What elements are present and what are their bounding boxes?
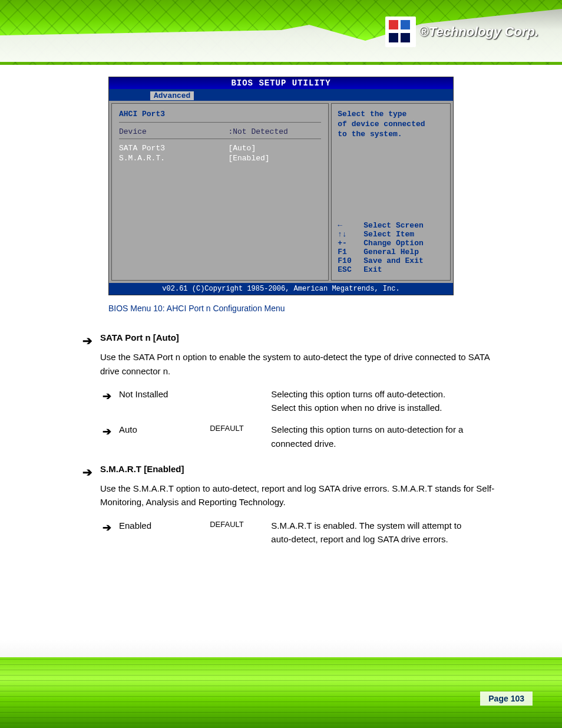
key: F1	[338, 248, 363, 256]
arrow-icon: ➔	[103, 520, 111, 536]
smart-label: S.M.A.R.T.	[119, 154, 228, 163]
key-desc: General Help	[363, 248, 419, 256]
logo-icon	[385, 17, 416, 47]
ahci-port-heading: AHCI Port3	[119, 110, 321, 118]
option-not-installed: ➔ Not Installed Selecting this option tu…	[119, 387, 503, 415]
bios-screenshot: BIOS SETUP UTILITY Advanced AHCI Port3 D…	[108, 77, 454, 295]
key-legend: ←Select Screen ↑↓Select Item +-Change Op…	[338, 221, 444, 274]
option-desc: Selecting this option turns off auto-det…	[271, 387, 471, 415]
sata-port-label: SATA Port3	[119, 144, 228, 153]
section-desc: Use the SATA Port n option to enable the…	[100, 350, 503, 378]
section-title: S.M.A.R.T [Enabled]	[100, 462, 503, 476]
option-default: DEFAULT	[210, 519, 269, 531]
arrow-icon: ➔	[82, 463, 92, 482]
sata-port-row[interactable]: SATA Port3 [Auto]	[119, 144, 321, 153]
tab-advanced[interactable]: Advanced	[150, 91, 194, 100]
option-auto: ➔ Auto DEFAULT Selecting this option tur…	[119, 423, 503, 450]
reg-mark: ®	[419, 24, 429, 39]
option-name: Not Installed	[119, 387, 207, 401]
device-value: :Not Detected	[228, 127, 287, 136]
option-enabled: ➔ Enabled DEFAULT S.M.A.R.T is enabled. …	[119, 519, 503, 546]
section-title: SATA Port n [Auto]	[100, 331, 503, 344]
key-desc: Select Item	[363, 230, 414, 239]
key-desc: Change Option	[363, 239, 423, 248]
bios-footer: v02.61 (C)Copyright 1985-2006, American …	[109, 283, 453, 295]
help-line: to the system.	[338, 130, 444, 139]
brand-name: Technology Corp.	[429, 24, 538, 39]
arrow-icon: ➔	[103, 388, 111, 405]
key: F10	[338, 256, 363, 265]
help-line: of device connected	[338, 120, 444, 129]
device-label: Device	[119, 127, 228, 136]
brand-logo: ®Technology Corp.	[385, 17, 538, 47]
key-desc: Save and Exit	[363, 256, 423, 265]
body-text: ➔ SATA Port n [Auto] Use the SATA Port n…	[100, 331, 503, 546]
section-smart: ➔ S.M.A.R.T [Enabled] Use the S.M.A.R.T …	[100, 462, 503, 546]
option-default: DEFAULT	[210, 423, 269, 434]
key-desc: Select Screen	[363, 221, 423, 230]
key: +-	[338, 239, 363, 248]
option-name: Enabled	[119, 519, 207, 532]
option-desc: S.M.A.R.T is enabled. The system will at…	[271, 519, 471, 546]
device-row: Device :Not Detected	[119, 127, 321, 136]
key: ESC	[338, 265, 363, 274]
bios-tab-bar: Advanced	[109, 89, 453, 101]
bios-help-pane: Select the type of device connected to t…	[331, 103, 451, 281]
key: ↑↓	[338, 230, 363, 239]
sata-port-value: [Auto]	[228, 144, 256, 153]
key: ←	[338, 221, 363, 230]
footer-banner	[0, 657, 562, 728]
section-desc: Use the S.M.A.R.T option to auto-detect,…	[100, 482, 503, 509]
key-desc: Exit	[363, 265, 382, 274]
page-number: Page 103	[480, 691, 533, 706]
header-banner: ®Technology Corp.	[0, 0, 562, 65]
arrow-icon: ➔	[103, 424, 111, 440]
bios-left-pane: AHCI Port3 Device :Not Detected SATA Por…	[111, 103, 329, 281]
option-desc: Selecting this option turns on auto-dete…	[271, 423, 471, 450]
arrow-icon: ➔	[82, 332, 92, 350]
section-sata-port: ➔ SATA Port n [Auto] Use the SATA Port n…	[100, 331, 503, 450]
help-line: Select the type	[338, 110, 444, 118]
smart-value: [Enabled]	[228, 154, 269, 163]
figure-caption: BIOS Menu 10: AHCI Port n Configuration …	[108, 304, 454, 313]
option-name: Auto	[119, 423, 207, 436]
smart-row[interactable]: S.M.A.R.T. [Enabled]	[119, 154, 321, 163]
bios-title: BIOS SETUP UTILITY	[109, 77, 453, 89]
